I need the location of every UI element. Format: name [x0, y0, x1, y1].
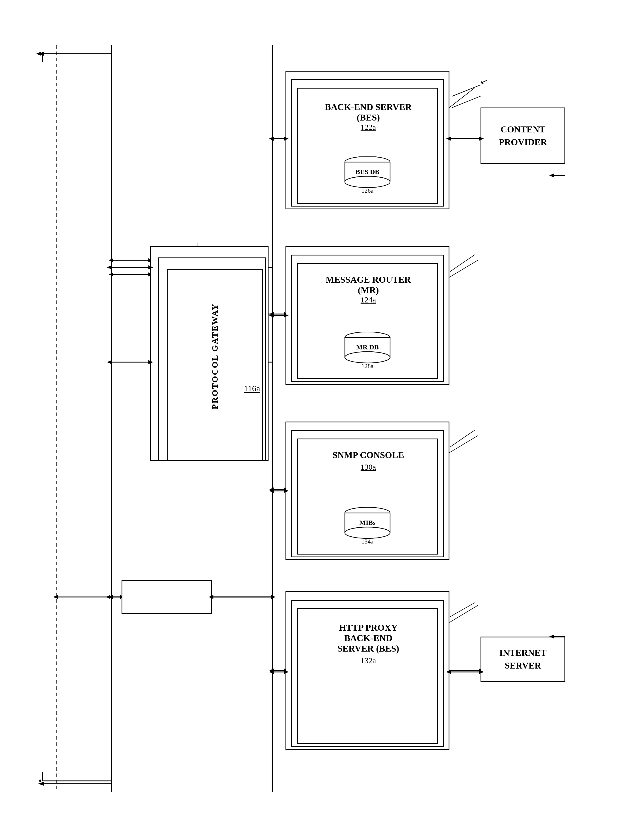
svg-marker-13	[270, 312, 274, 316]
svg-marker-6	[38, 782, 44, 786]
svg-marker-91	[271, 595, 276, 599]
bes-ref-a: 122a	[298, 123, 439, 132]
svg-marker-75	[269, 489, 274, 493]
pg-title-text: PROTOCOL GATEWAY	[210, 303, 220, 409]
svg-marker-72	[269, 313, 274, 317]
bes-title-container: BACK-END SERVER (BES) 122a	[298, 102, 439, 132]
svg-marker-86	[107, 360, 112, 364]
mr-title-container: MESSAGE ROUTER (MR) 124a	[298, 275, 439, 304]
svg-marker-82	[107, 265, 112, 269]
snmp-main-title: SNMP CONSOLE	[298, 450, 439, 460]
svg-line-36	[450, 88, 475, 108]
internet-server-box: INTERNETSERVER	[480, 636, 565, 682]
http-sub-title1: BACK-END	[298, 633, 439, 643]
svg-text:128a: 128a	[362, 362, 374, 369]
svg-marker-25	[106, 595, 110, 599]
svg-marker-4	[38, 52, 44, 56]
mr-paren-text: (MR)	[298, 285, 439, 295]
svg-point-51	[345, 352, 390, 363]
svg-marker-78	[269, 670, 274, 674]
svg-marker-89	[108, 595, 113, 599]
snmp-ref-a: 130a	[298, 463, 439, 472]
bes-paren-text: (BES)	[298, 112, 439, 123]
internet-server-label: INTERNETSERVER	[499, 647, 546, 672]
snmp-title-container: SNMP CONSOLE 130a	[298, 450, 439, 472]
http-sub-title2: SERVER (BES)	[298, 643, 439, 654]
bes-main-title: BACK-END SERVER	[298, 102, 439, 112]
svg-marker-65	[36, 52, 41, 56]
svg-marker-10	[270, 137, 274, 141]
svg-point-46	[345, 176, 390, 188]
svg-line-101	[450, 255, 475, 272]
svg-marker-21	[109, 258, 113, 262]
svg-text:BES DB: BES DB	[356, 168, 380, 175]
http-ref-a: 132a	[298, 656, 439, 665]
svg-marker-63	[38, 779, 41, 782]
http-title-container: HTTP PROXY BACK-END SERVER (BES) 132a	[298, 623, 439, 665]
svg-marker-105	[549, 173, 554, 178]
content-provider-label: CONTENTPROVIDER	[499, 123, 547, 149]
svg-text:MR DB: MR DB	[356, 343, 379, 351]
content-provider-box: CONTENTPROVIDER	[480, 108, 565, 164]
svg-marker-16	[270, 488, 274, 491]
snmp-db-cylinder: MIBs 134a	[342, 507, 393, 544]
svg-line-99	[452, 85, 480, 96]
svg-text:134a: 134a	[362, 538, 374, 544]
pg-title-container: PROTOCOL GATEWAY 116a	[167, 317, 263, 396]
svg-line-39	[450, 606, 478, 623]
mr-db-cylinder: MR DB 128a	[342, 332, 393, 369]
svg-marker-69	[269, 137, 274, 141]
svg-line-100	[452, 96, 480, 108]
svg-text:MIBs: MIBs	[359, 519, 376, 526]
svg-line-38	[450, 436, 478, 453]
ref-130-arrow: ↙	[479, 76, 489, 87]
svg-marker-67	[53, 595, 58, 599]
svg-point-56	[345, 527, 390, 538]
bes-db-cylinder: BES DB 126a	[342, 156, 393, 193]
svg-marker-64	[38, 779, 41, 782]
pg-a-bottom-label: 116a	[244, 384, 260, 393]
svg-marker-19	[270, 668, 274, 673]
http-main-title: HTTP PROXY	[298, 623, 439, 633]
svg-marker-29	[271, 595, 275, 599]
svg-text:126a: 126a	[362, 187, 374, 193]
firewall-box	[121, 580, 212, 614]
svg-line-102	[450, 430, 475, 447]
svg-marker-41	[109, 272, 113, 276]
mr-main-title: MESSAGE ROUTER	[298, 275, 439, 285]
svg-line-37	[450, 260, 478, 277]
svg-line-103	[450, 603, 475, 617]
mr-ref-a: 124a	[298, 295, 439, 304]
